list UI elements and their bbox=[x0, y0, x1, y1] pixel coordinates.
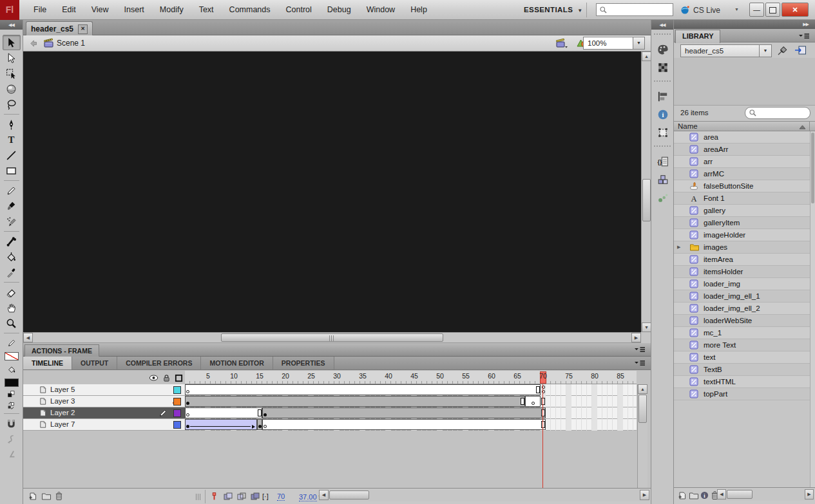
hand-tool[interactable] bbox=[3, 300, 21, 315]
library-item-name[interactable]: gallery bbox=[704, 207, 725, 214]
layer-name[interactable]: Layer 5 bbox=[50, 386, 75, 393]
library-item-more-text[interactable]: more Text bbox=[674, 339, 810, 351]
library-item-name[interactable]: mc_1 bbox=[704, 329, 722, 337]
snap-to-objects-button[interactable] bbox=[3, 416, 21, 431]
scroll-right-icon[interactable]: ▶ bbox=[640, 490, 649, 500]
zoom-combobox[interactable]: 100% ▼ bbox=[583, 37, 645, 50]
color-panel-button[interactable] bbox=[651, 41, 675, 59]
free-transform-tool[interactable] bbox=[3, 66, 21, 81]
library-item-area[interactable]: area bbox=[674, 131, 810, 144]
library-item-name[interactable]: arrMC bbox=[704, 170, 724, 178]
layer-outline-color-swatch[interactable] bbox=[173, 386, 181, 394]
library-search-input[interactable] bbox=[757, 109, 806, 118]
code-snippets-panel-button[interactable]: {} bbox=[651, 153, 675, 171]
tab-properties[interactable]: PROPERTIES bbox=[273, 357, 334, 369]
library-item-name[interactable]: galleryItem bbox=[704, 219, 740, 227]
library-item-name[interactable]: Font 1 bbox=[704, 194, 725, 202]
minimize-button[interactable]: — bbox=[749, 3, 764, 17]
lasso-tool[interactable] bbox=[3, 97, 21, 112]
library-vertical-scrollbar[interactable] bbox=[810, 131, 815, 487]
timeline-vertical-scrollbar[interactable]: ▲ bbox=[637, 384, 647, 488]
actions-frame-tab[interactable]: ACTIONS - FRAME bbox=[24, 344, 99, 357]
tab-output[interactable]: OUTPUT bbox=[72, 357, 117, 369]
stroke-color-swatch[interactable] bbox=[5, 352, 19, 360]
new-symbol-button[interactable] bbox=[678, 491, 687, 500]
library-item-name[interactable]: itemsHolder bbox=[704, 268, 743, 275]
menu-edit[interactable]: Edit bbox=[54, 0, 84, 20]
menu-debug[interactable]: Debug bbox=[320, 0, 359, 20]
library-item-name[interactable]: text bbox=[704, 353, 716, 361]
eraser-tool[interactable] bbox=[3, 285, 21, 300]
frames-row-layer-7[interactable] bbox=[185, 419, 637, 431]
library-item-loader-img-ell-2[interactable]: loader_img_ell_2 bbox=[674, 303, 810, 315]
panel-menu-icon[interactable] bbox=[634, 346, 646, 354]
timeline-horizontal-scrollbar[interactable]: ◀ ▶ bbox=[319, 490, 649, 501]
menu-view[interactable]: View bbox=[84, 0, 117, 20]
layer-row-layer-7[interactable]: Layer 7 bbox=[23, 419, 185, 431]
menu-modify[interactable]: Modify bbox=[152, 0, 191, 20]
brush-tool[interactable] bbox=[3, 198, 21, 214]
layer-row-layer-3[interactable]: Layer 3✗ bbox=[23, 396, 185, 407]
scroll-up-icon[interactable]: ▲ bbox=[638, 384, 647, 394]
app-search-input[interactable] bbox=[608, 5, 668, 14]
close-button[interactable]: ✕ bbox=[781, 3, 809, 17]
show-hide-layers-eye-icon[interactable] bbox=[149, 374, 158, 382]
menu-insert[interactable]: Insert bbox=[117, 0, 152, 20]
collapse-tools-button[interactable]: ◀◀ bbox=[0, 20, 23, 30]
restore-button[interactable] bbox=[765, 3, 780, 17]
back-arrow-icon[interactable] bbox=[28, 39, 38, 48]
library-item-galleryitem[interactable]: galleryItem bbox=[674, 217, 810, 229]
timeline-hscroll-thumb[interactable] bbox=[329, 490, 369, 499]
dock-gripper[interactable] bbox=[654, 145, 671, 149]
library-item-arrmc[interactable]: arrMC bbox=[674, 168, 810, 180]
timeline-frames-grid[interactable] bbox=[185, 384, 637, 431]
library-item-name[interactable]: area bbox=[704, 133, 718, 141]
library-vscroll-thumb[interactable] bbox=[811, 133, 814, 203]
scroll-right-icon[interactable]: ▶ bbox=[631, 333, 641, 342]
fill-color-control[interactable] bbox=[3, 362, 21, 377]
library-item-name[interactable]: arr bbox=[704, 158, 713, 165]
library-item-name[interactable]: more Text bbox=[704, 341, 736, 349]
layer-name[interactable]: Layer 2 bbox=[50, 409, 75, 416]
expand-folder-icon[interactable]: ▶ bbox=[677, 245, 680, 250]
menu-text[interactable]: Text bbox=[191, 0, 222, 20]
library-item-name[interactable]: falseButtonSite bbox=[704, 182, 753, 190]
bone-tool[interactable] bbox=[3, 234, 21, 249]
stage-hscroll-thumb[interactable] bbox=[221, 333, 443, 342]
library-item-name[interactable]: TextB bbox=[704, 366, 722, 373]
library-item-name[interactable]: loader_img_ell_2 bbox=[704, 304, 760, 312]
item-properties-button[interactable]: i bbox=[700, 491, 709, 499]
motion-presets-panel-button[interactable] bbox=[651, 189, 675, 207]
stroke-color-control[interactable] bbox=[3, 335, 21, 351]
library-item-toppart[interactable]: topPart bbox=[674, 388, 810, 400]
outline-layers-icon[interactable] bbox=[175, 374, 183, 382]
statusbar-gripper[interactable] bbox=[196, 494, 202, 500]
library-document-select[interactable]: header_cs5 ▼ bbox=[680, 44, 772, 57]
onion-skin-outlines-button[interactable] bbox=[236, 492, 247, 501]
chevron-down-icon[interactable]: ▼ bbox=[759, 45, 771, 57]
pencil-tool[interactable] bbox=[3, 183, 21, 198]
lock-layers-icon[interactable] bbox=[162, 374, 171, 382]
scroll-down-icon[interactable]: ▼ bbox=[642, 322, 651, 332]
stage-vertical-scrollbar[interactable]: ▲ ▼ bbox=[641, 51, 651, 332]
workspace-switcher[interactable]: ESSENTIALS▼ bbox=[524, 0, 583, 20]
components-panel-button[interactable] bbox=[651, 171, 675, 189]
stage-canvas[interactable] bbox=[23, 51, 641, 332]
scroll-right-icon[interactable]: ▶ bbox=[805, 489, 814, 499]
collapse-to-icons-button[interactable]: ▶▶ bbox=[674, 20, 815, 29]
3d-rotation-tool[interactable] bbox=[3, 81, 21, 97]
panel-menu-icon[interactable] bbox=[634, 360, 646, 368]
library-item-font-1[interactable]: A Font 1 bbox=[674, 192, 810, 205]
scroll-left-icon[interactable]: ◀ bbox=[23, 333, 33, 342]
library-item-imageholder[interactable]: imageHolder bbox=[674, 229, 810, 241]
library-item-loader-img-ell-1[interactable]: loader_img_ell_1 bbox=[674, 290, 810, 303]
layer-name[interactable]: Layer 7 bbox=[50, 420, 75, 428]
layer-outline-color-swatch[interactable] bbox=[173, 421, 181, 429]
layer-outline-color-swatch[interactable] bbox=[173, 398, 181, 406]
frames-row-layer-5[interactable] bbox=[185, 384, 637, 396]
fill-color-swatch[interactable] bbox=[5, 378, 19, 387]
close-tab-icon[interactable]: ✕ bbox=[78, 24, 88, 34]
default-colors-button[interactable] bbox=[3, 388, 21, 400]
transform-panel-button[interactable] bbox=[651, 124, 675, 142]
stage-vscroll-thumb[interactable] bbox=[642, 179, 651, 221]
